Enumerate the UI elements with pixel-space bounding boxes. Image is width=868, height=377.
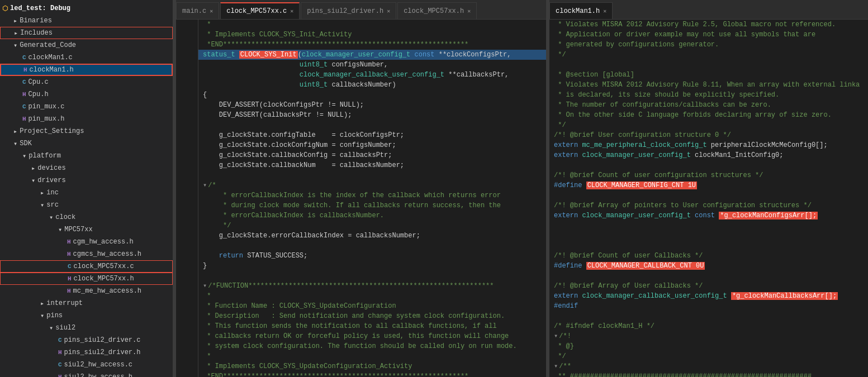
code-line: * during clock mode switch. If all callb…: [176, 201, 546, 211]
clockman1h-item[interactable]: clockMan1.h: [0, 64, 173, 76]
src-arrow: [40, 201, 44, 209]
devices-item[interactable]: devices: [0, 162, 173, 174]
close-pins[interactable]: ✕: [387, 8, 390, 15]
code-line: *: [176, 351, 546, 361]
project-settings-arrow: [13, 127, 17, 136]
right-code-line: #endif: [549, 301, 868, 311]
code-line: g_clockState.configTable = clockConfigsP…: [176, 130, 546, 140]
platform-arrow: [22, 152, 26, 160]
right-code-line: [549, 231, 868, 241]
platform-item[interactable]: platform: [0, 150, 173, 162]
siul2-hwc-item[interactable]: siul2_hw_access.c: [0, 359, 173, 371]
right-code-line: * Violates MISRA 2012 Advisory Rule 8.11…: [549, 80, 868, 90]
clock-mpc57xxc-icon: [68, 263, 72, 270]
clockman1c-icon: [22, 54, 26, 61]
file-tree[interactable]: ⬡ led_test: Debug Binaries Includes Gene…: [0, 0, 173, 377]
close-clock-h[interactable]: ✕: [467, 8, 471, 15]
inc-item[interactable]: inc: [0, 187, 173, 199]
code-line: [176, 241, 546, 251]
clock-manager-callback-cnt-line: #define CLOCK_MANAGER_CALLBACK_CNT 0U: [549, 261, 868, 271]
sdk-item[interactable]: SDK: [0, 137, 173, 150]
right-code-line: extern mc_me_peripheral_clock_config_t p…: [549, 140, 868, 150]
pins-siul2-driverh-item[interactable]: pins_siul2_driver.h: [0, 346, 173, 359]
mc-me-hw-item[interactable]: mc_me_hw_access.h: [0, 285, 173, 297]
pins-siul2-driverc-item[interactable]: pins_siul2_driver.c: [0, 334, 173, 346]
siul2-item[interactable]: siul2: [0, 322, 173, 334]
code-line: ▾/*FUNCTION*****************************…: [176, 281, 546, 291]
cpuc-item[interactable]: Cpu.c: [0, 76, 173, 88]
project-settings-item[interactable]: Project_Settings: [0, 125, 173, 137]
right-code-content[interactable]: * Violates MISRA 2012 Advisory Rule 2.5,…: [549, 20, 868, 377]
code-line: * Function Name : CLOCK_SYS_UpdateConfig…: [176, 301, 546, 311]
mc-me-hw-icon: [67, 287, 71, 295]
code-line: }: [176, 261, 546, 271]
interrupt-item[interactable]: interrupt: [0, 297, 173, 309]
tab-clockman1h[interactable]: clockMan1.h ✕: [549, 2, 613, 19]
src-item[interactable]: src: [0, 199, 173, 211]
tab-clock-mpc57xx-c[interactable]: clock_MPC57xx.c ✕: [220, 2, 300, 19]
code-line: ▾/*: [176, 180, 546, 190]
code-line: * errorCallbackIndex is the index of the…: [176, 190, 546, 201]
cpuh-icon: [22, 90, 26, 98]
pins-item[interactable]: pins: [0, 309, 173, 322]
code-line: * Implements CLOCK_SYS_UpdateConfigurati…: [176, 361, 546, 371]
tab-main-c[interactable]: main.c ✕: [176, 2, 219, 19]
binaries-item[interactable]: Binaries: [0, 15, 173, 27]
cgm-hw-item[interactable]: cgm_hw_access.h: [0, 236, 173, 248]
drivers-item[interactable]: drivers: [0, 174, 173, 187]
code-line: [176, 271, 546, 281]
siul2-hwh-icon: [58, 373, 62, 377]
cpuh-item[interactable]: Cpu.h: [0, 88, 173, 101]
generated-code-item[interactable]: Generated_Code: [0, 39, 173, 51]
right-code-line: * generated by configurations generator.: [549, 40, 868, 50]
clock-item[interactable]: clock: [0, 211, 173, 223]
cgmcs-hw-item[interactable]: cgmcs_hw_access.h: [0, 248, 173, 260]
code-editor: main.c ✕ clock_MPC57xx.c ✕ pins_siul2_dr…: [176, 0, 547, 377]
includes-item[interactable]: Includes: [0, 27, 173, 39]
pins-siul2-driverc-icon: [58, 336, 62, 344]
cpuc-icon: [22, 78, 26, 86]
clock-manager-callback-cnt-highlight: CLOCK_MANAGER_CALLBACK_CNT 0U: [586, 262, 705, 270]
close-main-c[interactable]: ✕: [210, 8, 213, 15]
code-line: [176, 120, 546, 130]
debug-icon: ⬡: [2, 4, 8, 13]
code-line: *END************************************…: [176, 40, 546, 50]
right-code-line: * The number of configurations/callbacks…: [549, 100, 868, 110]
clock-mpc57xxc-item[interactable]: clock_MPC57xx.c: [0, 260, 173, 273]
siul2-hwh-item[interactable]: siul2_hw_access.h: [0, 371, 173, 377]
right-code-line: * On the other side C language forbids d…: [549, 110, 868, 120]
project-root[interactable]: ⬡ led_test: Debug: [0, 2, 173, 15]
tab-pins-siul2[interactable]: pins_siul2_driver.h ✕: [301, 2, 396, 19]
pinmuxc-item[interactable]: pin_mux.c: [0, 101, 173, 113]
clock-man-configs-arr-line: extern clock_manager_user_config_t const…: [549, 211, 868, 221]
pinmuxc-icon: [22, 103, 26, 111]
right-code-line: [549, 271, 868, 281]
right-editor: clockMan1.h ✕ * Violates MISRA 2012 Advi…: [549, 0, 868, 377]
clock-sys-init-highlight: CLOCK_SYS_Init: [239, 51, 298, 59]
project-title: led_test: Debug: [10, 4, 70, 12]
code-line: * This function sends the notification t…: [176, 321, 546, 331]
clock-mpc57xxh-item[interactable]: clock_MPC57xx.h: [0, 273, 173, 285]
right-code-line: * @}: [549, 341, 868, 351]
includes-arrow: [14, 29, 18, 37]
tab-clock-mpc57xx-h[interactable]: clock_MPC57xx.h ✕: [397, 2, 477, 19]
close-clock-c[interactable]: ✕: [290, 8, 293, 15]
code-line: * Implements CLOCK_SYS_Init_Activity: [176, 30, 546, 40]
right-code-line: ▾/*!: [549, 331, 868, 341]
drivers-arrow: [31, 176, 35, 185]
right-code-line: [549, 311, 868, 321]
right-code-line: */: [549, 120, 868, 130]
clock-man-callbacks-arr-line: extern clock_manager_callback_user_confi…: [549, 291, 868, 301]
code-content[interactable]: * * Implements CLOCK_SYS_Init_Activity *…: [176, 20, 546, 377]
close-clockman1h[interactable]: ✕: [603, 8, 606, 15]
cgm-hw-icon: [67, 238, 71, 246]
code-line: *: [176, 291, 546, 301]
editor-tab-bar: main.c ✕ clock_MPC57xx.c ✕ pins_siul2_dr…: [176, 0, 546, 20]
right-code-line: ▾/**: [549, 361, 868, 371]
code-line: g_clockState.callbackConfig = callbacksP…: [176, 150, 546, 160]
pinmuxh-item[interactable]: pin_mux.h: [0, 113, 173, 125]
mpc57xx-item[interactable]: MPC57xx: [0, 223, 173, 236]
clockman1c-item[interactable]: clockMan1.c: [0, 51, 173, 64]
right-code-line: /*! @brief User configuration structure …: [549, 130, 868, 140]
right-code-line: * @section [global]: [549, 70, 868, 80]
